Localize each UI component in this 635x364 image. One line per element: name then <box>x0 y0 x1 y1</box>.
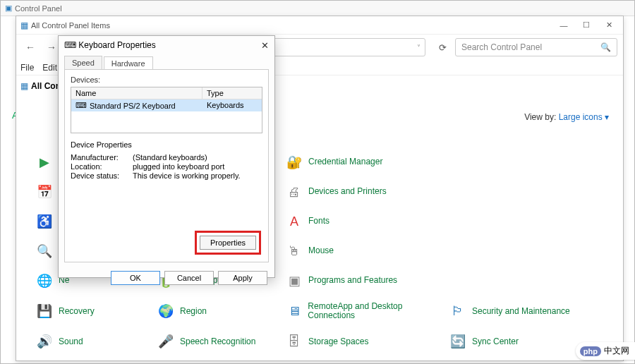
tab-speed[interactable]: Speed <box>64 56 102 69</box>
apply-button[interactable]: Apply <box>218 271 267 285</box>
cp-item-label: Sync Center <box>472 337 519 346</box>
cp-item-recovery[interactable]: 💾Recovery <box>36 302 156 320</box>
ok-button[interactable]: OK <box>111 271 160 285</box>
cp-item-devices-and-printers[interactable]: 🖨Devices and Printers <box>286 183 448 200</box>
dialog-buttons: OK Cancel Apply <box>59 268 274 291</box>
cp-item-fonts[interactable]: AFonts <box>286 213 448 230</box>
remoteapp-and-desktop-connections-icon: 🖥 <box>286 303 302 320</box>
programs-and-features-icon: ▣ <box>286 272 303 289</box>
php-badge: php 中文网 <box>576 342 635 360</box>
nav-back-button[interactable]: ← <box>22 39 39 56</box>
cp-item-label: Security and Maintenance <box>472 307 570 316</box>
cp-item-region[interactable]: 🌍Region <box>157 302 284 320</box>
recovery-icon: 💾 <box>36 303 53 320</box>
dp-title: Device Properties <box>71 140 262 149</box>
fonts-icon: A <box>286 213 303 230</box>
col-name[interactable]: Name <box>71 87 202 99</box>
dp-status-value: This device is working properly. <box>133 171 241 180</box>
cp-item-label: Mouse <box>308 246 334 255</box>
cp-item-sync-center[interactable]: 🔄Sync Center <box>449 333 598 350</box>
cp-item-security-and-maintenance[interactable]: 🏳Security and Maintenance <box>449 302 598 320</box>
speech-recognition-icon: 🎤 <box>157 333 174 350</box>
keyboard-icon: ⌨ <box>75 101 87 110</box>
menu-file[interactable]: File <box>20 63 34 73</box>
search-icon[interactable]: 🔍 <box>600 42 611 52</box>
search-placeholder: Search Control Panel <box>461 42 542 52</box>
control-panel-icon: ▦ <box>20 20 28 30</box>
dp-location-label: Location: <box>71 162 133 171</box>
device-type: Keyboards <box>202 99 262 111</box>
refresh-button[interactable]: ⟳ <box>434 39 451 56</box>
dialog-title: Keyboard Properties <box>78 40 261 50</box>
minimize-button[interactable]: ― <box>554 19 574 32</box>
cp-item-label: Speech Recognition <box>180 337 255 346</box>
mouse-icon: 🖱 <box>286 243 303 260</box>
search-input[interactable]: Search Control Panel 🔍 <box>455 38 617 56</box>
inner-title: All Control Panel Items <box>31 21 554 30</box>
outer-title: Control Panel <box>15 4 62 13</box>
device-list[interactable]: Name Type ⌨Standard PS/2 Keyboard Keyboa… <box>71 87 262 133</box>
dp-status-label: Device status: <box>71 171 133 180</box>
cp-item-credential-manager[interactable]: 🔐Credential Manager <box>286 154 448 171</box>
tab-body: Devices: Name Type ⌨Standard PS/2 Keyboa… <box>64 69 269 262</box>
sound-icon: 🔊 <box>36 333 53 350</box>
menu-edit[interactable]: Edit <box>42 63 57 73</box>
credential-manager-icon: 🔐 <box>286 154 303 171</box>
region-icon: 🌍 <box>157 303 174 320</box>
device-row[interactable]: ⌨Standard PS/2 Keyboard Keyboards <box>71 99 262 111</box>
viewby-dropdown[interactable]: Large icons ▾ <box>559 112 609 122</box>
keyboard-properties-dialog: ⌨ Keyboard Properties ✕ Speed Hardware D… <box>58 35 275 278</box>
outer-titlebar: ▣ Control Panel <box>1 1 634 16</box>
tabs: Speed Hardware <box>59 56 274 69</box>
storage-spaces-icon: 🗄 <box>286 333 303 350</box>
cp-item-label: Devices and Printers <box>308 187 387 196</box>
ease-of-access-center-icon: ♿ <box>36 213 53 230</box>
col-type[interactable]: Type <box>202 87 262 99</box>
cp-item-mouse[interactable]: 🖱Mouse <box>286 243 448 260</box>
close-button[interactable]: ✕ <box>599 19 619 32</box>
tab-hardware[interactable]: Hardware <box>104 56 153 70</box>
cp-item-programs-and-features[interactable]: ▣Programs and Features <box>286 272 448 289</box>
cp-item-label: Credential Manager <box>308 157 382 166</box>
control-panel-icon: ▦ <box>20 81 28 91</box>
cp-item-label: Recovery <box>59 307 95 316</box>
control-panel-icon: ▣ <box>5 4 12 13</box>
cp-item-label: RemoteApp and Desktop Connections <box>308 302 448 320</box>
indexing-options-icon: 🔍 <box>36 243 53 260</box>
device-name: Standard PS/2 Keyboard <box>90 102 176 110</box>
dp-manufacturer-value: (Standard keyboards) <box>133 153 207 162</box>
maximize-button[interactable]: ☐ <box>576 19 596 32</box>
cp-item-remoteapp-and-desktop-connections[interactable]: 🖥RemoteApp and Desktop Connections <box>286 302 448 320</box>
dp-manufacturer-label: Manufacturer: <box>71 153 133 162</box>
cp-item-speech-recognition[interactable]: 🎤Speech Recognition <box>157 333 284 350</box>
viewby-label: View by: <box>524 112 556 122</box>
devices-label: Devices: <box>71 75 262 84</box>
inner-titlebar[interactable]: ▦ All Control Panel Items ― ☐ ✕ <box>16 16 623 35</box>
cancel-button[interactable]: Cancel <box>164 271 214 285</box>
devices-and-printers-icon: 🖨 <box>286 183 303 200</box>
cp-item-label: Sound <box>59 337 83 346</box>
dialog-titlebar[interactable]: ⌨ Keyboard Properties ✕ <box>59 36 274 54</box>
sync-center-icon: 🔄 <box>449 333 466 350</box>
properties-button[interactable]: Properties <box>200 236 256 250</box>
network-and-sharing-center-icon: 🌐 <box>36 272 53 289</box>
cp-item-label: Storage Spaces <box>308 337 368 346</box>
device-properties: Device Properties Manufacturer:(Standard… <box>71 140 262 180</box>
security-and-maintenance-icon: 🏳 <box>449 303 466 320</box>
cp-item-sound[interactable]: 🔊Sound <box>36 333 156 350</box>
date-and-time-icon: 📅 <box>36 183 53 200</box>
properties-highlight: Properties <box>195 231 261 255</box>
autoplay-icon: ▶ <box>36 154 53 171</box>
cp-item-label: Fonts <box>308 217 329 226</box>
cp-item-storage-spaces[interactable]: 🗄Storage Spaces <box>286 333 448 350</box>
cp-item-label: Region <box>180 307 207 316</box>
chevron-down-icon[interactable]: ˅ <box>417 44 421 51</box>
device-list-header: Name Type <box>71 87 262 99</box>
php-logo: php <box>580 346 601 356</box>
dp-location-value: plugged into keyboard port <box>133 162 224 171</box>
php-text: 中文网 <box>604 345 629 357</box>
view-by: View by: Large icons ▾ <box>524 112 609 122</box>
cp-item-label: Programs and Features <box>308 276 397 285</box>
close-icon[interactable]: ✕ <box>261 40 269 51</box>
keyboard-icon: ⌨ <box>64 40 76 50</box>
